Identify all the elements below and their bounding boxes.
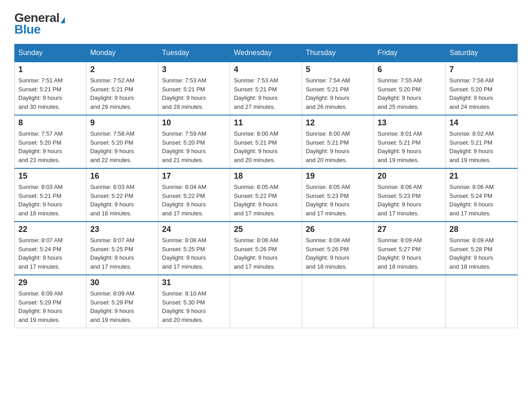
week-row-2: 8 Sunrise: 7:57 AM Sunset: 5:20 PM Dayli… — [15, 115, 518, 168]
day-cell: 27 Sunrise: 8:09 AM Sunset: 5:27 PM Dayl… — [374, 222, 446, 275]
logo-blue-text: Blue — [14, 22, 41, 37]
day-cell: 9 Sunrise: 7:58 AM Sunset: 5:20 PM Dayli… — [86, 115, 158, 168]
day-number: 10 — [162, 118, 226, 128]
day-cell: 19 Sunrise: 8:05 AM Sunset: 5:23 PM Dayl… — [302, 168, 373, 222]
day-number: 13 — [378, 118, 442, 128]
day-cell: 6 Sunrise: 7:55 AM Sunset: 5:20 PM Dayli… — [374, 62, 446, 115]
day-cell: 5 Sunrise: 7:54 AM Sunset: 5:21 PM Dayli… — [302, 62, 373, 115]
header-sunday: Sunday — [15, 44, 86, 62]
day-number: 7 — [450, 65, 514, 74]
day-cell: 18 Sunrise: 8:05 AM Sunset: 5:22 PM Dayl… — [230, 168, 302, 222]
day-info: Sunrise: 8:09 AM Sunset: 5:29 PM Dayligh… — [18, 289, 82, 324]
day-info: Sunrise: 8:00 AM Sunset: 5:21 PM Dayligh… — [234, 129, 298, 164]
day-number: 14 — [450, 118, 514, 128]
day-number: 6 — [378, 65, 442, 74]
day-info: Sunrise: 8:07 AM Sunset: 5:24 PM Dayligh… — [18, 236, 82, 271]
day-cell: 1 Sunrise: 7:51 AM Sunset: 5:21 PM Dayli… — [15, 62, 86, 115]
day-cell: 29 Sunrise: 8:09 AM Sunset: 5:29 PM Dayl… — [15, 275, 86, 328]
day-number: 3 — [162, 65, 226, 74]
day-cell: 15 Sunrise: 8:03 AM Sunset: 5:21 PM Dayl… — [15, 168, 86, 222]
day-number: 18 — [234, 171, 298, 181]
day-cell — [230, 275, 302, 328]
day-number: 28 — [450, 225, 514, 234]
day-number: 29 — [18, 278, 82, 287]
day-cell: 31 Sunrise: 8:10 AM Sunset: 5:30 PM Dayl… — [158, 275, 230, 328]
header-monday: Monday — [86, 44, 158, 62]
day-cell: 30 Sunrise: 8:09 AM Sunset: 5:29 PM Dayl… — [86, 275, 158, 328]
day-number: 22 — [18, 225, 82, 234]
calendar-table: SundayMondayTuesdayWednesdayThursdayFrid… — [14, 44, 518, 328]
day-cell — [446, 275, 517, 328]
day-number: 30 — [90, 278, 154, 287]
day-info: Sunrise: 8:09 AM Sunset: 5:28 PM Dayligh… — [450, 236, 514, 271]
day-number: 25 — [234, 225, 298, 234]
header-tuesday: Tuesday — [158, 44, 230, 62]
day-info: Sunrise: 8:01 AM Sunset: 5:21 PM Dayligh… — [378, 129, 442, 164]
day-number: 11 — [234, 118, 298, 128]
day-cell: 13 Sunrise: 8:01 AM Sunset: 5:21 PM Dayl… — [374, 115, 446, 168]
day-number: 4 — [234, 65, 298, 74]
day-info: Sunrise: 8:10 AM Sunset: 5:30 PM Dayligh… — [162, 289, 226, 324]
day-number: 5 — [306, 65, 370, 74]
day-number: 24 — [162, 225, 226, 234]
day-number: 12 — [306, 118, 370, 128]
day-number: 21 — [450, 171, 514, 181]
day-cell: 24 Sunrise: 8:08 AM Sunset: 5:25 PM Dayl… — [158, 222, 230, 275]
day-number: 19 — [306, 171, 370, 181]
day-info: Sunrise: 8:07 AM Sunset: 5:25 PM Dayligh… — [90, 236, 154, 271]
day-info: Sunrise: 7:51 AM Sunset: 5:21 PM Dayligh… — [18, 76, 82, 111]
header-wednesday: Wednesday — [230, 44, 302, 62]
day-cell: 28 Sunrise: 8:09 AM Sunset: 5:28 PM Dayl… — [446, 222, 517, 275]
day-cell — [374, 275, 446, 328]
day-info: Sunrise: 8:03 AM Sunset: 5:22 PM Dayligh… — [90, 183, 154, 218]
day-info: Sunrise: 7:59 AM Sunset: 5:20 PM Dayligh… — [162, 129, 226, 164]
day-cell: 22 Sunrise: 8:07 AM Sunset: 5:24 PM Dayl… — [15, 222, 86, 275]
day-info: Sunrise: 8:05 AM Sunset: 5:22 PM Dayligh… — [234, 183, 298, 218]
day-info: Sunrise: 8:09 AM Sunset: 5:29 PM Dayligh… — [90, 289, 154, 324]
day-cell: 11 Sunrise: 8:00 AM Sunset: 5:21 PM Dayl… — [230, 115, 302, 168]
day-number: 15 — [18, 171, 82, 181]
day-info: Sunrise: 7:53 AM Sunset: 5:21 PM Dayligh… — [234, 76, 298, 111]
day-info: Sunrise: 7:56 AM Sunset: 5:20 PM Dayligh… — [450, 76, 514, 111]
header-saturday: Saturday — [446, 44, 517, 62]
day-info: Sunrise: 7:52 AM Sunset: 5:21 PM Dayligh… — [90, 76, 154, 111]
day-cell: 7 Sunrise: 7:56 AM Sunset: 5:20 PM Dayli… — [446, 62, 517, 115]
day-info: Sunrise: 8:02 AM Sunset: 5:21 PM Dayligh… — [450, 129, 514, 164]
page-header: General Blue — [14, 11, 518, 37]
day-cell: 20 Sunrise: 8:06 AM Sunset: 5:23 PM Dayl… — [374, 168, 446, 222]
day-cell — [302, 275, 373, 328]
week-row-1: 1 Sunrise: 7:51 AM Sunset: 5:21 PM Dayli… — [15, 62, 518, 115]
day-number: 17 — [162, 171, 226, 181]
logo-triangle-icon — [60, 17, 65, 23]
day-cell: 16 Sunrise: 8:03 AM Sunset: 5:22 PM Dayl… — [86, 168, 158, 222]
day-info: Sunrise: 8:08 AM Sunset: 5:26 PM Dayligh… — [306, 236, 370, 271]
day-cell: 14 Sunrise: 8:02 AM Sunset: 5:21 PM Dayl… — [446, 115, 517, 168]
day-cell: 26 Sunrise: 8:08 AM Sunset: 5:26 PM Dayl… — [302, 222, 373, 275]
day-cell: 23 Sunrise: 8:07 AM Sunset: 5:25 PM Dayl… — [86, 222, 158, 275]
header-row: SundayMondayTuesdayWednesdayThursdayFrid… — [15, 44, 518, 62]
day-number: 16 — [90, 171, 154, 181]
header-friday: Friday — [374, 44, 446, 62]
day-cell: 10 Sunrise: 7:59 AM Sunset: 5:20 PM Dayl… — [158, 115, 230, 168]
day-number: 8 — [18, 118, 82, 128]
week-row-3: 15 Sunrise: 8:03 AM Sunset: 5:21 PM Dayl… — [15, 168, 518, 222]
day-info: Sunrise: 8:06 AM Sunset: 5:23 PM Dayligh… — [378, 183, 442, 218]
week-row-5: 29 Sunrise: 8:09 AM Sunset: 5:29 PM Dayl… — [15, 275, 518, 328]
day-number: 26 — [306, 225, 370, 234]
day-cell: 3 Sunrise: 7:53 AM Sunset: 5:21 PM Dayli… — [158, 62, 230, 115]
day-number: 9 — [90, 118, 154, 128]
day-info: Sunrise: 8:03 AM Sunset: 5:21 PM Dayligh… — [18, 183, 82, 218]
day-cell: 25 Sunrise: 8:08 AM Sunset: 5:26 PM Dayl… — [230, 222, 302, 275]
day-cell: 21 Sunrise: 8:06 AM Sunset: 5:24 PM Dayl… — [446, 168, 517, 222]
day-info: Sunrise: 8:08 AM Sunset: 5:26 PM Dayligh… — [234, 236, 298, 271]
day-number: 31 — [162, 278, 226, 287]
day-info: Sunrise: 7:58 AM Sunset: 5:20 PM Dayligh… — [90, 129, 154, 164]
day-info: Sunrise: 8:08 AM Sunset: 5:25 PM Dayligh… — [162, 236, 226, 271]
day-info: Sunrise: 7:57 AM Sunset: 5:20 PM Dayligh… — [18, 129, 82, 164]
day-number: 20 — [378, 171, 442, 181]
day-cell: 2 Sunrise: 7:52 AM Sunset: 5:21 PM Dayli… — [86, 62, 158, 115]
day-cell: 12 Sunrise: 8:00 AM Sunset: 5:21 PM Dayl… — [302, 115, 373, 168]
day-number: 2 — [90, 65, 154, 74]
week-row-4: 22 Sunrise: 8:07 AM Sunset: 5:24 PM Dayl… — [15, 222, 518, 275]
day-info: Sunrise: 8:00 AM Sunset: 5:21 PM Dayligh… — [306, 129, 370, 164]
